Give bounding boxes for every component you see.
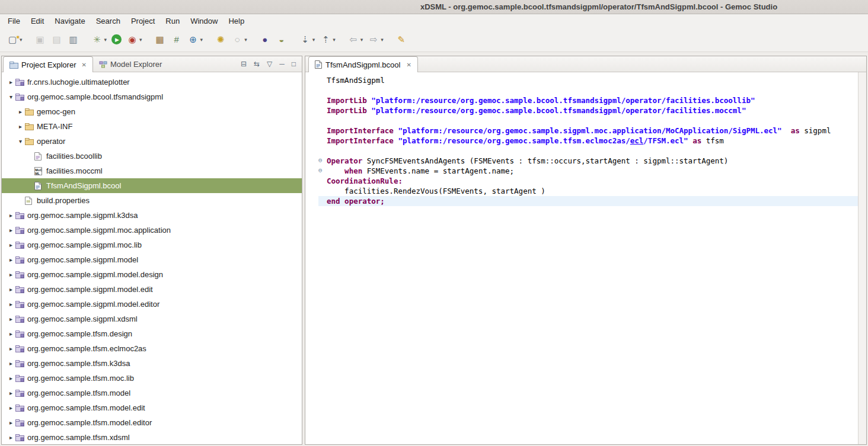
dropdown-arrow-icon[interactable]: ▾ — [200, 37, 203, 43]
chevron-collapsed-icon[interactable]: ▸ — [7, 212, 15, 219]
chevron-collapsed-icon[interactable]: ▸ — [7, 345, 15, 352]
tree-item-tfsmandsigpml-bcool[interactable]: TfsmAndSigpml.bcool — [2, 178, 302, 193]
menu-run[interactable]: Run — [160, 15, 185, 27]
new-wizard-button[interactable]: ▢✷▾ — [5, 32, 24, 47]
chevron-collapsed-icon[interactable]: ▸ — [7, 331, 15, 337]
print-button[interactable]: ▥ — [66, 32, 81, 47]
tree-item-org-gemoc-sample-sigpml-k3dsa[interactable]: ▸org.gemoc.sample.sigpml.k3dsa — [2, 208, 302, 223]
minimize-icon[interactable]: ─ — [279, 60, 285, 68]
maximize-icon[interactable]: □ — [292, 60, 296, 68]
tree-item-org-gemoc-sample-tfsm-model-edit[interactable]: ▸org.gemoc.sample.tfsm.model.edit — [2, 400, 302, 415]
view-menu-icon[interactable]: ▽ — [267, 60, 272, 68]
tree-item-build-properties[interactable]: build.properties — [2, 193, 302, 208]
tree-item-fr-cnrs-luchogie-ultimateplotter[interactable]: ▸fr.cnrs.luchogie.ultimateplotter — [2, 75, 302, 89]
dropdown-arrow-icon[interactable]: ▾ — [104, 37, 107, 43]
tree-item-org-gemoc-sample-tfsm-model-editor[interactable]: ▸org.gemoc.sample.tfsm.model.editor — [2, 415, 302, 430]
chevron-collapsed-icon[interactable]: ▸ — [7, 301, 15, 307]
save-all-button[interactable]: ▤ — [49, 32, 65, 47]
tree-item-facilities-bcoollib[interactable]: facilities.bcoollib — [2, 149, 302, 163]
highlight-marker-button[interactable]: ✎ — [394, 32, 409, 47]
next-annotation-button[interactable]: ⇣▾ — [298, 32, 317, 47]
back-button[interactable]: ⇦▾ — [346, 32, 365, 47]
tree-item-org-gemoc-sample-sigpml-model-edit[interactable]: ▸org.gemoc.sample.sigpml.model.edit — [2, 282, 302, 297]
chevron-collapsed-icon[interactable]: ▸ — [7, 390, 15, 396]
project-icon — [15, 300, 26, 308]
code-segment: ecl — [630, 136, 644, 145]
external-tools-button[interactable]: ◉▾ — [125, 32, 144, 47]
project-tree[interactable]: ▸fr.cnrs.luchogie.ultimateplotter▾org.ge… — [2, 72, 302, 444]
tree-item-org-gemoc-sample-sigpml-model[interactable]: ▸org.gemoc.sample.sigpml.model — [2, 252, 302, 267]
chevron-collapsed-icon[interactable]: ▸ — [7, 316, 15, 322]
chevron-collapsed-icon[interactable]: ▸ — [7, 286, 15, 293]
tree-item-org-gemoc-sample-tfsm-eclmoc2as[interactable]: ▸org.gemoc.sample.tfsm.eclmoc2as — [2, 341, 302, 356]
chevron-collapsed-icon[interactable]: ▸ — [7, 419, 15, 426]
view-tab-project-explorer[interactable]: Project Explorer✕ — [3, 56, 93, 72]
tree-item-org-gemoc-sample-tfsm-model[interactable]: ▸org.gemoc.sample.tfsm.model — [2, 386, 302, 400]
project-icon — [15, 256, 26, 264]
tree-item-org-gemoc-sample-tfsm-design[interactable]: ▸org.gemoc.sample.tfsm.design — [2, 326, 302, 341]
chevron-expanded-icon[interactable]: ▾ — [7, 94, 15, 100]
tree-item-org-gemoc-sample-sigpml-xdsml[interactable]: ▸org.gemoc.sample.sigpml.xdsml — [2, 312, 302, 326]
menu-search[interactable]: Search — [91, 15, 126, 27]
run-button[interactable]: ▶ — [110, 33, 123, 46]
menu-window[interactable]: Window — [185, 15, 223, 27]
chevron-collapsed-icon[interactable]: ▸ — [16, 123, 25, 130]
tree-item-org-gemoc-sample-tfsm-k3dsa[interactable]: ▸org.gemoc.sample.tfsm.k3dsa — [2, 356, 302, 371]
chevron-collapsed-icon[interactable]: ▸ — [7, 360, 15, 367]
chevron-collapsed-icon[interactable]: ▸ — [7, 256, 15, 263]
view-tab-model-explorer[interactable]: Model Explorer — [93, 56, 168, 72]
tree-item-gemoc-gen[interactable]: ▸gemoc-gen — [2, 104, 302, 119]
save-button[interactable]: ▣ — [33, 32, 48, 47]
chevron-expanded-icon[interactable]: ▾ — [16, 138, 25, 145]
open-element-button[interactable]: ◌▾ — [229, 32, 249, 47]
search-button[interactable]: ✺ — [213, 32, 228, 47]
run-config-button[interactable]: ◒ — [274, 32, 289, 47]
menu-project[interactable]: Project — [126, 15, 160, 27]
editor-tab-tfsmandsigpml-bcool[interactable]: TfsmAndSigpml.bcool ✕ — [308, 56, 418, 72]
chevron-collapsed-icon[interactable]: ▸ — [7, 434, 15, 441]
dropdown-arrow-icon[interactable]: ▾ — [244, 37, 247, 43]
tree-item-meta-inf[interactable]: ▸META-INF — [2, 119, 302, 134]
fold-collapse-icon[interactable]: ⊖ — [318, 166, 327, 176]
tree-item-operator[interactable]: ▾operator — [2, 134, 302, 149]
dropdown-arrow-icon[interactable]: ▾ — [139, 37, 142, 43]
chevron-collapsed-icon[interactable]: ▸ — [7, 227, 15, 233]
chevron-collapsed-icon[interactable]: ▸ — [7, 242, 15, 248]
menu-navigate[interactable]: Navigate — [49, 15, 90, 27]
tree-item-org-gemoc-sample-sigpml-moc-application[interactable]: ▸org.gemoc.sample.sigpml.moc.application — [2, 223, 302, 238]
tree-item-facilities-moccml[interactable]: MoCMLfacilities.moccml — [2, 163, 302, 178]
menu-file[interactable]: File — [2, 15, 25, 27]
dropdown-arrow-icon[interactable]: ▾ — [312, 37, 315, 43]
open-browser-button[interactable]: ⊕▾ — [186, 32, 205, 47]
previous-annotation-button[interactable]: ⇡▾ — [318, 32, 337, 47]
close-icon[interactable]: ✕ — [406, 62, 411, 68]
dropdown-arrow-icon[interactable]: ▾ — [333, 37, 336, 43]
link-with-editor-icon[interactable]: ⇆ — [254, 60, 260, 68]
tree-item-org-gemoc-sample-sigpml-model-design[interactable]: ▸org.gemoc.sample.sigpml.model.design — [2, 267, 302, 282]
tree-item-org-gemoc-sample-bcool-tfsmandsigpml[interactable]: ▾org.gemoc.sample.bcool.tfsmandsigpml — [2, 89, 302, 104]
menu-help[interactable]: Help — [223, 15, 250, 27]
tree-item-org-gemoc-sample-sigpml-model-editor[interactable]: ▸org.gemoc.sample.sigpml.model.editor — [2, 297, 302, 312]
project-icon — [15, 374, 26, 382]
fold-collapse-icon[interactable]: ⊖ — [318, 156, 327, 166]
new-package-button[interactable]: ▦ — [152, 32, 168, 47]
new-table-button[interactable]: # — [169, 32, 184, 47]
chevron-collapsed-icon[interactable]: ▸ — [7, 79, 15, 85]
collapse-all-icon[interactable]: ⊟ — [241, 60, 247, 68]
chevron-collapsed-icon[interactable]: ▸ — [16, 108, 25, 115]
chevron-collapsed-icon[interactable]: ▸ — [7, 405, 15, 411]
tree-item-org-gemoc-sample-sigpml-moc-lib[interactable]: ▸org.gemoc.sample.sigpml.moc.lib — [2, 238, 302, 252]
chevron-collapsed-icon[interactable]: ▸ — [7, 375, 15, 381]
dropdown-arrow-icon[interactable]: ▾ — [381, 37, 384, 43]
overview-ruler[interactable] — [858, 72, 866, 444]
menu-edit[interactable]: Edit — [25, 15, 49, 27]
forward-button[interactable]: ⇨▾ — [366, 32, 385, 47]
tree-item-org-gemoc-sample-tfsm-moc-lib[interactable]: ▸org.gemoc.sample.tfsm.moc.lib — [2, 371, 302, 386]
gemoc-engine-button[interactable]: ● — [257, 32, 273, 47]
code-area[interactable]: TfsmAndSigpmlImportLib "platform:/resour… — [305, 72, 858, 444]
close-icon[interactable]: ✕ — [81, 62, 86, 68]
chevron-collapsed-icon[interactable]: ▸ — [7, 271, 15, 278]
debug-button[interactable]: ✳▾ — [90, 32, 109, 47]
dropdown-arrow-icon[interactable]: ▾ — [360, 37, 363, 43]
tree-item-org-gemoc-sample-tfsm-xdsml[interactable]: ▸org.gemoc.sample.tfsm.xdsml — [2, 430, 302, 444]
